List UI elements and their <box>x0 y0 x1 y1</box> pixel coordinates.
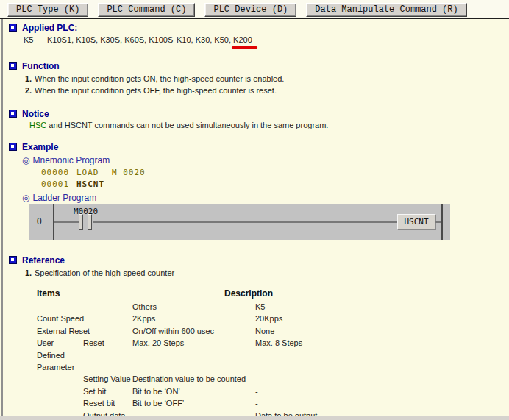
spec-table-cell: External Reset <box>37 325 83 337</box>
spec-table-cell: Set bit <box>83 385 132 397</box>
spec-table-cell: Defined <box>37 349 83 361</box>
data-manipulate-command-button[interactable]: Data Manipulate Command (R) <box>306 3 466 17</box>
spec-table-cell <box>132 361 255 373</box>
button-label: PLC Device (D) <box>213 4 288 15</box>
applied-plc-list: K5K10S1, K10S, K30S, K60S, K100SK10, K30… <box>24 34 503 46</box>
spec-table-cell: None <box>255 325 500 337</box>
example-heading: Example <box>9 141 503 152</box>
spec-table-cell: Bit to be ‘OFF’ <box>132 397 255 409</box>
ladder-diagram: 0 M0020 HSCNT <box>29 204 450 240</box>
bullseye-icon: ◎ <box>22 156 29 165</box>
spec-table-header: Items Description <box>37 288 500 301</box>
spec-table-cell: 20Kpps <box>255 313 500 324</box>
spec-table-cell: - <box>255 385 500 397</box>
help-window: PLC Type (K) PLC Command (C) PLC Device … <box>0 0 509 420</box>
spec-table-cell: - <box>255 397 500 409</box>
spec-table-cell: Reset bit <box>83 397 132 409</box>
spec-table-cell <box>37 385 83 397</box>
spec-table-cell <box>132 349 255 361</box>
blue-square-icon <box>9 24 17 32</box>
contact-label: M0020 <box>74 207 98 216</box>
ladder-wire <box>93 221 397 223</box>
plc-k200-highlighted: K200 <box>233 34 252 46</box>
spec-table-cell: On/Off within 600 usec <box>132 325 255 337</box>
header-description: Description <box>224 288 273 299</box>
spec-table-cell <box>255 361 500 373</box>
spec-table: Items Description OthersK5Count Speed2Kp… <box>37 288 500 416</box>
spec-table-cell: K5 <box>255 301 500 313</box>
blue-square-icon <box>9 110 17 118</box>
button-label: PLC Type (K) <box>16 4 79 15</box>
spec-table-cell: Destination value to be counted <box>132 373 255 385</box>
spec-table-cell: User <box>37 337 83 349</box>
rung-number: 0 <box>37 216 42 227</box>
spec-table-cell: - <box>255 373 500 385</box>
k200-red-underline-annotation <box>232 46 257 49</box>
spec-table-cell: Reset <box>83 337 132 349</box>
heading-label: Notice <box>22 109 49 119</box>
spec-table-cell: 2Kpps <box>132 313 255 324</box>
spec-table-cell: Bit to be ‘ON’ <box>132 385 255 397</box>
spec-table-cell: Parameter <box>37 361 83 373</box>
function-item-1: 1.When the input condition gets ON, the … <box>9 73 503 85</box>
hsc-command-link[interactable]: HSC <box>29 121 46 129</box>
notice-text: HSC and HSCNT commands can not be used s… <box>29 119 503 131</box>
reference-heading: Reference <box>9 255 503 266</box>
heading-label: Reference <box>22 255 65 266</box>
blue-square-icon <box>9 62 17 70</box>
spec-table-cell: Others <box>132 301 255 313</box>
mnemonic-program-subheading: ◎ Mnemonic Program <box>22 154 503 165</box>
blue-square-icon <box>9 143 17 151</box>
heading-label: Example <box>22 142 58 152</box>
window-bottom-edge <box>0 416 509 420</box>
spec-table-rows: OthersK5Count Speed2Kpps20KppsExternal R… <box>37 301 500 416</box>
mnemonic-line-2: 00001HSCNT <box>41 179 503 191</box>
reference-item-1: 1.Specification of the high-speed counte… <box>9 267 503 279</box>
plc-device-button[interactable]: PLC Device (D) <box>204 3 296 17</box>
bullseye-icon: ◎ <box>22 193 29 202</box>
blue-square-icon <box>9 256 17 264</box>
spec-table-cell <box>37 397 83 409</box>
plc-group-2: K10S1, K10S, K30S, K60S, K100S <box>47 34 177 46</box>
spec-table-cell <box>83 361 132 373</box>
button-label: PLC Command (C) <box>107 4 186 15</box>
spec-table-cell <box>255 349 500 361</box>
ladder-program-subheading: ◎ Ladder Program <box>22 192 503 203</box>
spec-table-cell <box>83 301 132 313</box>
heading-label: Function <box>22 61 60 71</box>
spec-table-cell: Max. 20 Steps <box>132 337 255 349</box>
plc-group-1: K5 <box>24 34 47 46</box>
spec-table-cell <box>37 373 83 385</box>
hscnt-output-box: HSCNT <box>397 214 435 229</box>
plc-command-button[interactable]: PLC Command (C) <box>98 3 195 17</box>
notice-heading: Notice <box>9 108 503 119</box>
ladder-right-rail <box>441 204 443 240</box>
spec-table-cell <box>83 313 132 324</box>
button-label: Data Manipulate Command (R) <box>315 4 458 15</box>
window-left-edge <box>1 19 3 416</box>
toolbar: PLC Type (K) PLC Command (C) PLC Device … <box>0 0 509 19</box>
ladder-wire <box>435 221 441 223</box>
spec-table-cell: Count Speed <box>37 313 83 324</box>
contact-bar <box>88 214 92 230</box>
contact-bar <box>79 214 83 230</box>
spec-table-cell <box>37 301 83 313</box>
function-heading: Function <box>9 60 503 71</box>
function-item-2: 2.When the input condition gets OFF, the… <box>9 85 503 96</box>
header-items: Items <box>37 288 60 299</box>
plc-group-3-prefix: K10, K30, K50, <box>177 35 233 44</box>
mnemonic-line-1: 00000LOADM 0020 <box>41 167 503 179</box>
ladder-wire <box>54 221 79 223</box>
spec-table-cell <box>83 349 132 361</box>
applied-plc-heading: Applied PLC: <box>9 22 503 33</box>
plc-type-button[interactable]: PLC Type (K) <box>7 3 88 17</box>
heading-label: Applied PLC: <box>22 23 77 33</box>
spec-table-cell: Max. 8 Steps <box>255 337 500 349</box>
spec-table-cell: Setting Value <box>83 373 132 385</box>
help-content: Applied PLC: K5K10S1, K10S, K30S, K60S, … <box>0 19 509 416</box>
spec-table-cell <box>83 325 132 337</box>
